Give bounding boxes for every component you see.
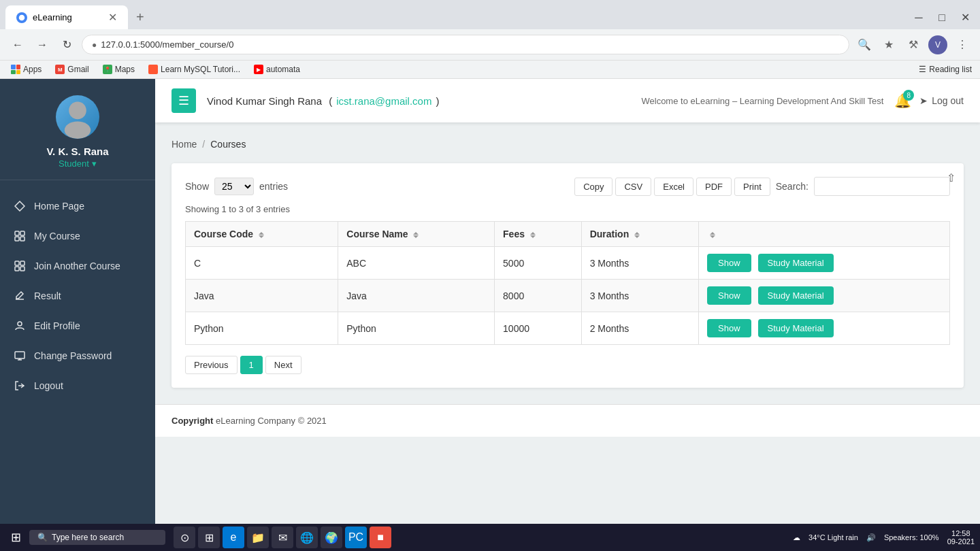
start-button[interactable]: ⊞	[5, 527, 27, 548]
col-fees[interactable]: Fees	[495, 222, 582, 247]
sidebar-toggle-button[interactable]: ☰	[172, 88, 196, 113]
maximize-button[interactable]: □	[932, 8, 951, 27]
tab-close-button[interactable]: ✕	[108, 11, 117, 24]
cell-actions-1: Show Study Material	[699, 280, 950, 312]
taskbar-search[interactable]: 🔍 Type here to search	[29, 530, 165, 545]
sidebar-join-label: Join Another Course	[34, 261, 120, 271]
back-button[interactable]: ←	[8, 35, 27, 54]
table-row: C ABC 5000 3 Months Show Study Material	[186, 247, 950, 280]
pdf-button[interactable]: PDF	[696, 178, 732, 196]
bookmark-mysql-label: Learn MySQL Tutori...	[161, 65, 240, 74]
taskbar-app-ide[interactable]: PC	[345, 527, 367, 548]
card-collapse-button[interactable]: ⇧	[947, 171, 956, 184]
taskbar-app-task-view[interactable]: ⊞	[198, 527, 220, 548]
sidebar-item-logout[interactable]: Logout	[0, 371, 155, 401]
breadcrumb-home[interactable]: Home	[172, 139, 197, 150]
study-material-button-2[interactable]: Study Material	[758, 319, 834, 337]
excel-button[interactable]: Excel	[654, 178, 693, 196]
col-duration[interactable]: Duration	[581, 222, 698, 247]
sidebar-item-home[interactable]: Home Page	[0, 191, 155, 221]
taskbar-app-mail[interactable]: ✉	[272, 527, 293, 548]
col-course-name[interactable]: Course Name	[338, 222, 495, 247]
taskbar: ⊞ 🔍 Type here to search ⊙ ⊞ e 📁 ✉ 🌐 🌍 PC…	[0, 524, 980, 551]
zoom-button[interactable]: 🔍	[855, 35, 874, 54]
date-display: 09-2021	[947, 537, 975, 546]
diamond-icon	[14, 200, 26, 212]
next-page-button[interactable]: Next	[265, 356, 301, 374]
new-tab-button[interactable]: +	[131, 7, 150, 28]
cell-actions-0: Show Study Material	[699, 247, 950, 280]
forward-button[interactable]: →	[33, 35, 52, 54]
taskbar-app-edge[interactable]: e	[223, 527, 244, 548]
show-entries-select[interactable]: 25 10 50 100	[214, 178, 254, 195]
close-button[interactable]: ✕	[956, 8, 975, 27]
show-button-0[interactable]: Show	[707, 254, 751, 272]
search-input[interactable]	[814, 177, 950, 196]
search-label: Search:	[776, 181, 808, 192]
cell-course-name-2: Python	[338, 312, 495, 345]
address-bar[interactable]: ● 127.0.0.1:5000/member_course/0	[82, 35, 849, 54]
sidebar-mycourse-label: My Course	[34, 231, 80, 241]
welcome-text: Welcome to eLearning – Learning Developm…	[641, 96, 883, 106]
extensions-button[interactable]: ⚒	[904, 35, 923, 54]
study-material-button-1[interactable]: Study Material	[758, 286, 834, 305]
tab-bar: eLearning ✕ + ─ □ ✕	[0, 0, 980, 29]
active-tab[interactable]: eLearning ✕	[5, 5, 128, 29]
cell-fees-2: 10000	[495, 312, 582, 345]
pagination: Previous 1 Next	[185, 356, 950, 374]
bookmark-automata[interactable]: ▶ automata	[251, 63, 303, 76]
sidebar: V. K. S. Rana Student ▾ Home Page	[0, 79, 155, 524]
print-button[interactable]: Print	[734, 178, 770, 196]
footer-copyright-bold: Copyright	[172, 416, 213, 426]
bookmark-gmail[interactable]: M Gmail	[52, 63, 91, 76]
bookmark-gmail-label: Gmail	[67, 65, 88, 74]
svg-rect-6	[15, 261, 19, 265]
sort-icon-fees	[530, 232, 536, 238]
col-course-code[interactable]: Course Code	[186, 222, 338, 247]
mysql-icon	[148, 65, 158, 74]
bookmark-mysql[interactable]: Learn MySQL Tutori...	[146, 63, 243, 76]
taskbar-app-2[interactable]: 🌐	[296, 527, 318, 548]
csv-button[interactable]: CSV	[615, 178, 651, 196]
bookmark-maps[interactable]: 📍 Maps	[100, 63, 137, 76]
copy-button[interactable]: Copy	[574, 178, 612, 196]
sidebar-item-change-password[interactable]: Change Password	[0, 341, 155, 371]
sidebar-user-role[interactable]: Student ▾	[59, 158, 97, 169]
bookmark-button[interactable]: ★	[879, 35, 898, 54]
show-button-1[interactable]: Show	[707, 286, 751, 305]
grid-icon	[14, 230, 26, 242]
sidebar-item-result[interactable]: Result	[0, 281, 155, 311]
secure-icon: ●	[92, 40, 97, 50]
col-actions	[699, 222, 950, 247]
nav-menu: Home Page My Course Join Another Course	[0, 180, 155, 524]
minimize-button[interactable]: ─	[909, 8, 928, 27]
bookmark-apps[interactable]: Apps	[8, 63, 44, 76]
sidebar-item-join-course[interactable]: Join Another Course	[0, 251, 155, 281]
profile-avatar[interactable]: V	[928, 35, 947, 54]
taskbar-app-cortana[interactable]: ⊙	[174, 527, 195, 548]
sidebar-username: V. K. S. Rana	[46, 146, 108, 157]
taskbar-app-chrome[interactable]: 🌍	[321, 527, 342, 548]
top-bar: ☰ Vinod Kumar Singh Rana ( icst.rana@gma…	[155, 79, 980, 122]
notification-button[interactable]: 🔔 8	[894, 93, 911, 109]
menu-button[interactable]: ⋮	[953, 35, 972, 54]
sidebar-changepass-label: Change Password	[34, 350, 112, 361]
show-button-2[interactable]: Show	[707, 319, 751, 337]
weather-icon: ☁	[793, 533, 800, 542]
study-material-button-0[interactable]: Study Material	[758, 254, 834, 272]
refresh-button[interactable]: ↻	[57, 35, 76, 54]
sidebar-item-mycourse[interactable]: My Course	[0, 221, 155, 251]
taskbar-app-4[interactable]: ■	[370, 527, 391, 548]
svg-rect-7	[20, 261, 24, 265]
previous-page-button[interactable]: Previous	[185, 356, 238, 374]
apps-icon	[11, 65, 20, 74]
page-1-button[interactable]: 1	[240, 356, 263, 374]
browser-controls: ← → ↻ ● 127.0.0.1:5000/member_course/0 🔍…	[0, 29, 980, 61]
time-display: 12:58	[947, 529, 975, 537]
logout-button[interactable]: ➤ Log out	[919, 95, 964, 106]
user-avatar	[56, 95, 99, 139]
reading-list-button[interactable]: ☰ Reading list	[919, 65, 972, 74]
table-header: Course Code Course Name Fees	[186, 222, 950, 247]
sidebar-item-edit-profile[interactable]: Edit Profile	[0, 311, 155, 341]
taskbar-app-files[interactable]: 📁	[247, 527, 269, 548]
